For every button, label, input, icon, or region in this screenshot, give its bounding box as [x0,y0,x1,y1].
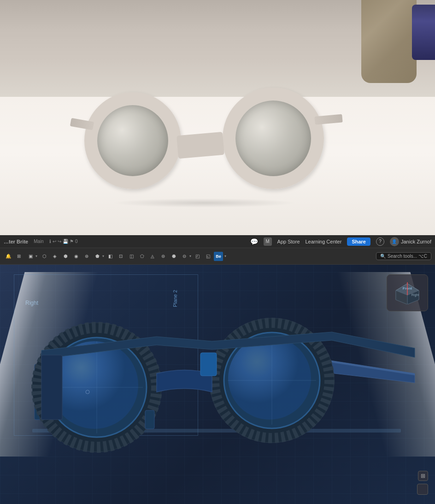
tool-group-2: ⬟ ▾ [93,252,104,261]
svg-text:Right: Right [411,293,419,297]
tool-group-3: ⊝ ▾ [180,252,191,261]
tool-group-1: ▣ ▾ [25,252,38,261]
count-badge: 0 [75,239,78,244]
tool-12[interactable]: ◬ [148,252,157,261]
grid-icon: ⊞ [421,473,425,479]
tool-2[interactable]: ⬡ [40,252,49,261]
app-store-button[interactable]: App Store [277,239,300,244]
tool-11[interactable]: ⬠ [137,252,147,261]
tool-arrow: ▾ [35,254,37,258]
tool-arrow2: ▾ [102,254,104,258]
main-container: …ter Brite Main ℹ ↩ ↪ 💾 ⚑ 0 💬 M App Stor… [0,0,435,504]
user-menu[interactable]: 👤 Janick Zurnof [390,237,431,246]
background-object-right [412,5,435,60]
svg-rect-15 [200,353,217,376]
share-button[interactable]: Share [347,237,370,246]
axis-cube-svg: Front Right Z [394,281,421,304]
info-icon[interactable]: ℹ [49,239,51,244]
svg-point-12 [228,337,311,420]
m-icon-btn[interactable]: M [264,237,272,246]
cad-3d-glasses-svg [9,281,424,475]
tool-5[interactable]: ◉ [71,252,81,261]
user-avatar: 👤 [390,237,399,246]
toolbar-row2: 🔔 ⊞ ▣ ▾ ⬡ ◈ ⬢ ◉ ⊛ ⬟ ▾ ◧ ⊡ ◫ ⬠ ◬ ⊜ ⬣ ⊝ [0,248,435,265]
background-plant [361,0,417,83]
viewport-control-icon[interactable]: ⊞ [418,471,428,481]
redo-icon[interactable]: ↪ [58,239,61,244]
tool-grid[interactable]: ⊞ [14,252,24,261]
tool-14[interactable]: ⬣ [169,252,178,261]
physical-bridge [176,132,224,159]
undo-icon[interactable]: ↩ [53,239,56,244]
help-icon: ? [379,239,382,244]
file-name: Main [34,239,44,244]
physical-glasses [71,83,338,212]
learning-center-button[interactable]: Learning Center [306,239,342,244]
physical-lens-right [223,88,324,189]
physical-lens-left [84,92,181,189]
search-tools-input[interactable]: 🔍 Search tools... ⌥C [376,252,431,260]
search-placeholder: Search tools... ⌥C [388,254,427,259]
tool-be[interactable]: Be [214,252,223,261]
chat-icon[interactable]: 💬 [250,238,258,245]
flag-icon[interactable]: ⚑ [70,239,74,244]
search-icon: 🔍 [380,254,386,259]
top-photo-section [0,0,435,235]
tool-arrow4: ▾ [224,254,226,258]
tool-arrow3: ▾ [189,254,191,258]
tool-3[interactable]: ◈ [50,252,59,261]
help-button[interactable]: ? [376,237,384,246]
tool-4[interactable]: ⬢ [61,252,70,261]
tool-17[interactable]: ◱ [203,252,212,261]
tool-snap[interactable]: 🔔 [4,252,13,261]
cad-section: …ter Brite Main ℹ ↩ ↪ 💾 ⚑ 0 💬 M App Stor… [0,235,435,504]
svg-text:Z: Z [406,281,409,282]
svg-rect-17 [41,355,62,420]
svg-rect-16 [145,410,154,429]
tool-13[interactable]: ⊜ [159,252,168,261]
file-icons: ℹ ↩ ↪ 💾 ⚑ 0 [49,239,78,244]
save-icon[interactable]: 💾 [63,239,68,244]
tool-9[interactable]: ⊡ [116,252,125,261]
tool-7[interactable]: ⬟ [93,252,102,261]
menu-bar: …ter Brite Main ℹ ↩ ↪ 💾 ⚑ 0 💬 M App Stor… [0,235,435,248]
axis-indicator: Front Right Z [387,274,428,311]
bottom-right-corner-icon[interactable] [417,484,428,495]
glasses-shadow [112,198,296,208]
tool-1[interactable]: ▣ [26,252,35,261]
tool-15[interactable]: ⊝ [180,252,189,261]
tool-16[interactable]: ◰ [193,252,202,261]
app-title: …ter Brite [4,239,28,244]
tool-6[interactable]: ⊛ [82,252,91,261]
user-name: Janick Zurnof [401,239,431,244]
tool-10[interactable]: ◫ [127,252,136,261]
tool-8[interactable]: ◧ [106,252,115,261]
